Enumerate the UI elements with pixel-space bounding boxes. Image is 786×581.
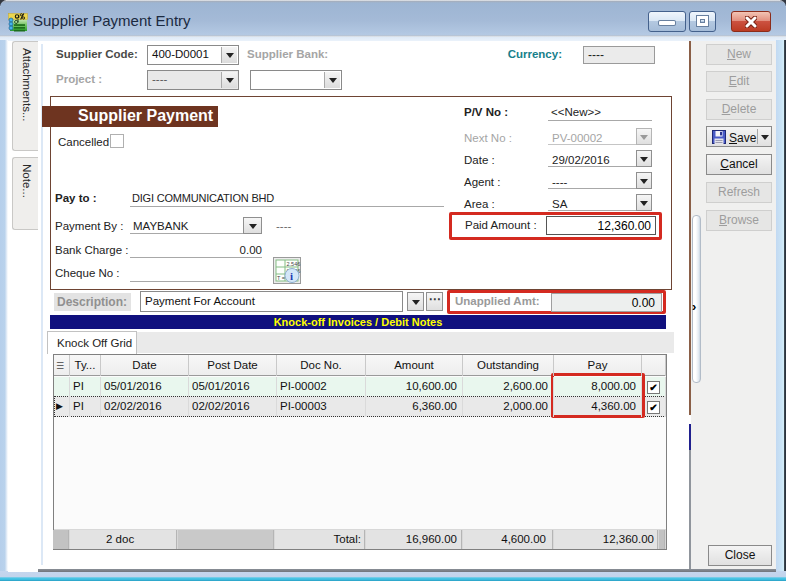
svg-text:2.546: 2.546 (287, 261, 301, 267)
svg-text:i: i (290, 270, 293, 282)
